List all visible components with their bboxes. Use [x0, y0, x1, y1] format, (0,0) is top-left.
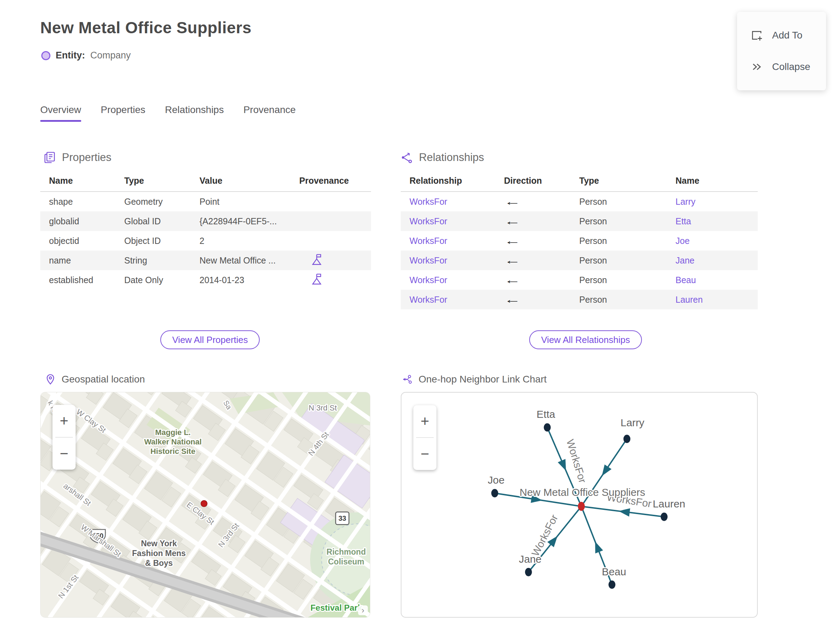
direction-arrow-icon: ← [504, 274, 521, 286]
route-shield: 33 [336, 512, 349, 525]
provenance-flag-icon[interactable] [312, 253, 323, 265]
chart-edge-arrow [558, 459, 570, 473]
property-row: shapeGeometryPoint [40, 192, 371, 212]
relationship-type: Person [571, 270, 667, 290]
relationships-table: RelationshipDirectionTypeName WorksFor←P… [401, 171, 758, 309]
tab-provenance[interactable]: Provenance [243, 104, 295, 122]
chart-node-etta[interactable] [544, 423, 551, 431]
add-to-button[interactable]: Add To [737, 29, 826, 41]
one-hop-link-chart[interactable]: WorksForWorksForWorksForEttaLarryJoeLaur… [401, 392, 758, 618]
chart-node-label: Beau [602, 566, 627, 577]
direction-arrow-icon: ← [504, 235, 521, 247]
property-provenance [291, 251, 371, 270]
tab-relationships[interactable]: Relationships [165, 104, 224, 122]
relationship-type: Person [571, 231, 667, 251]
property-row: objectidObject ID2 [40, 231, 371, 251]
chart-node-beau[interactable] [608, 580, 615, 589]
property-type: Global ID [116, 211, 191, 231]
property-value: Point [191, 192, 291, 212]
relationships-icon [401, 151, 414, 164]
relationship-link[interactable]: WorksFor [409, 256, 447, 265]
map-zoom-out-button[interactable]: − [52, 437, 76, 470]
property-value: {A228944F-0EF5-... [191, 211, 291, 231]
properties-section-header: Properties [44, 151, 111, 164]
property-type: Object ID [116, 231, 191, 251]
collapse-button[interactable]: Collapse [737, 60, 826, 73]
column-header: Type [116, 171, 191, 192]
entity-type-value: Company [90, 50, 131, 61]
page-title: New Metal Office Suppliers [40, 18, 251, 37]
map-zoom-in-button[interactable]: + [52, 405, 76, 437]
svg-text:Fashion Mens: Fashion Mens [132, 549, 186, 558]
property-value: 2014-01-23 [191, 270, 291, 290]
relationship-type: Person [571, 192, 667, 212]
map-zoom-control: + − [52, 405, 76, 470]
chart-zoom-out-button[interactable]: − [414, 438, 436, 470]
related-entity-link[interactable]: Beau [676, 275, 696, 285]
svg-text:Richmond: Richmond [326, 547, 366, 556]
relationship-link[interactable]: WorksFor [409, 197, 447, 207]
relationship-type: Person [571, 290, 667, 309]
relationship-row: WorksFor←PersonLauren [401, 290, 758, 309]
property-value: New Metal Office ... [191, 251, 291, 270]
view-all-relationships-button[interactable]: View All Relationships [529, 331, 642, 349]
tab-properties[interactable]: Properties [101, 104, 146, 122]
link-chart-icon [402, 374, 413, 385]
property-provenance [291, 231, 371, 251]
chart-node-larry[interactable] [624, 435, 630, 443]
direction-arrow-icon: ← [504, 215, 521, 227]
related-entity-link[interactable]: Joe [676, 236, 689, 246]
svg-text:& Boys: & Boys [145, 558, 173, 567]
geospatial-map[interactable]: 25033k RdW Clay StSaN 3rd StN 4th StMagg… [40, 392, 370, 618]
relationship-link[interactable]: WorksFor [409, 216, 447, 226]
relationships-section-header: Relationships [401, 151, 484, 164]
relationship-link[interactable]: WorksFor [409, 275, 447, 285]
column-header: Name [40, 171, 116, 192]
svg-text:Historic Site: Historic Site [151, 447, 195, 456]
map-label: N 3rd St [309, 404, 337, 412]
related-entity-link[interactable]: Larry [676, 197, 695, 207]
chart-node-lauren[interactable] [661, 513, 668, 521]
relationship-row: WorksFor←PersonJoe [401, 231, 758, 251]
esri-attribution-toggle[interactable]: › [358, 606, 368, 615]
chart-zoom-in-button[interactable]: + [414, 405, 436, 437]
property-row: nameStringNew Metal Office ... [40, 251, 371, 270]
chart-node-label: Larry [620, 417, 644, 428]
tab-overview[interactable]: Overview [40, 104, 81, 122]
relationship-link[interactable]: WorksFor [409, 295, 447, 304]
direction-arrow-icon: ← [504, 294, 521, 305]
property-name: name [40, 251, 116, 270]
properties-icon [44, 151, 56, 164]
map-location-marker[interactable] [201, 501, 207, 507]
related-entity-link[interactable]: Jane [676, 256, 694, 265]
chart-edge-label: WorksFor [565, 438, 589, 484]
chart-zoom-control: + − [414, 405, 436, 470]
relationship-type: Person [571, 211, 667, 231]
linkchart-section-header: One-hop Neighbor Link Chart [402, 374, 547, 385]
chart-node-joe[interactable] [492, 489, 498, 497]
chart-center-label: New Metal Office Suppliers [520, 486, 645, 498]
property-type: Geometry [116, 192, 191, 212]
svg-text:Coliseum: Coliseum [328, 557, 364, 566]
direction-arrow-icon: ← [504, 254, 521, 266]
related-entity-link[interactable]: Lauren [676, 295, 703, 304]
view-all-properties-button[interactable]: View All Properties [160, 331, 260, 349]
property-provenance [291, 192, 371, 212]
column-header: Relationship [401, 171, 495, 192]
floating-action-card: Add To Collapse [737, 12, 826, 90]
svg-text:N 3rd St: N 3rd St [309, 404, 337, 412]
property-value: 2 [191, 231, 291, 251]
provenance-flag-icon[interactable] [312, 273, 323, 285]
relationship-link[interactable]: WorksFor [409, 236, 447, 246]
related-entity-link[interactable]: Etta [676, 216, 691, 226]
map-label: Festival Park [310, 603, 363, 612]
column-header: Direction [495, 171, 571, 192]
chart-node-jane[interactable] [525, 568, 532, 576]
chart-center-node[interactable] [578, 502, 585, 511]
relationship-type: Person [571, 251, 667, 270]
chart-node-label: Lauren [653, 498, 685, 510]
chart-edge-arrow [598, 464, 612, 478]
property-name: objectid [40, 231, 116, 251]
entity-type-icon [41, 51, 50, 60]
entity-overview-page: New Metal Office Suppliers Entity: Compa… [0, 0, 840, 639]
